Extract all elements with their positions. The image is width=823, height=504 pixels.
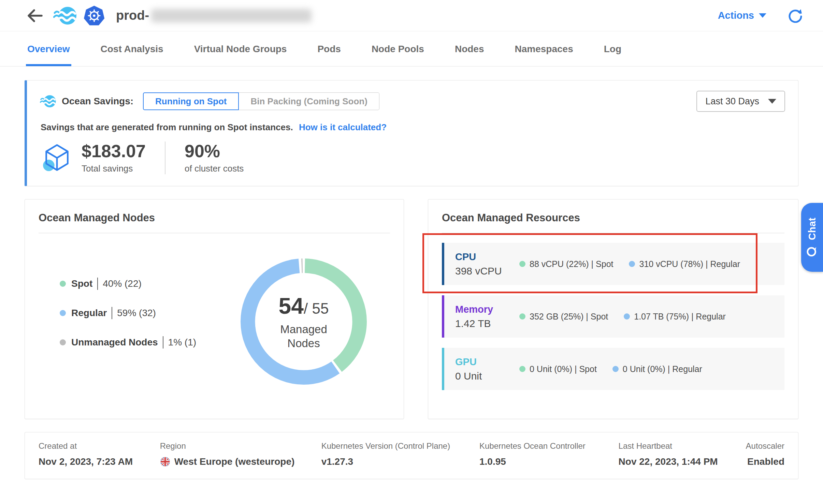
period-dropdown[interactable]: Last 30 Days <box>696 91 785 112</box>
total-savings-stat: $183.07 Total savings <box>82 142 146 174</box>
footer-value: Nov 22, 2023, 1:44 PM <box>619 456 746 467</box>
actions-label: Actions <box>718 10 754 21</box>
cpu-spot-value: 88 vCPU (22%) | Spot <box>530 259 613 269</box>
memory-regular-value: 1.07 TB (75%) | Regular <box>634 312 726 322</box>
cluster-cost-percent-label: of cluster costs <box>185 163 244 174</box>
bin-packing-toggle[interactable]: Bin Packing (Coming Soon) <box>239 92 379 110</box>
uk-flag-icon <box>160 457 170 467</box>
refresh-icon <box>788 9 803 23</box>
ocean-savings-label: Ocean Savings: <box>62 96 133 107</box>
tab-node-pools[interactable]: Node Pools <box>370 31 425 66</box>
how-calculated-link[interactable]: How is it calculated? <box>299 122 387 132</box>
ocean-managed-nodes-card: Ocean Managed Nodes Spot 40% (22) Regula… <box>25 199 404 419</box>
tab-namespaces[interactable]: Namespaces <box>513 31 574 66</box>
regular-dot-icon <box>629 261 635 267</box>
footer-label: Kubernetes Version (Control Plane) <box>321 441 479 451</box>
legend-item-spot: Spot 40% (22) <box>60 278 196 290</box>
chevron-down-icon <box>768 99 776 104</box>
footer-value: Nov 2, 2023, 7:23 AM <box>39 456 160 467</box>
footer-value: v1.27.3 <box>321 456 479 467</box>
cpu-regular-value: 310 vCPU (78%) | Regular <box>639 259 740 269</box>
footer-value: Enabled <box>747 456 784 467</box>
running-on-spot-toggle[interactable]: Running on Spot <box>143 92 239 110</box>
region-value: West Europe (westeurope) <box>174 456 295 467</box>
regular-dot-icon <box>612 366 619 372</box>
back-arrow-icon <box>26 8 44 24</box>
footer-label: Autoscaler <box>746 441 784 451</box>
nodes-legend: Spot 40% (22) Regular 59% (32) Unmanaged… <box>60 278 196 366</box>
spot-dot-icon <box>519 366 525 372</box>
resource-row-gpu: GPU 0 Unit 0 Unit (0%) | Spot 0 Unit (0%… <box>442 348 784 390</box>
legend-item-regular: Regular 59% (32) <box>60 307 196 319</box>
tab-nodes[interactable]: Nodes <box>453 31 486 66</box>
footer-label: Kubernetes Ocean Controller <box>479 441 619 451</box>
cluster-name-prefix: prod- <box>116 8 149 23</box>
resource-row-memory: Memory 1.42 TB 352 GB (25%) | Spot 1.07 … <box>442 295 784 338</box>
tab-pods[interactable]: Pods <box>316 31 342 66</box>
regular-dot-icon <box>624 313 630 320</box>
chevron-down-icon <box>759 13 766 18</box>
chat-label: Chat <box>807 218 818 240</box>
tab-overview[interactable]: Overview <box>26 31 71 66</box>
spot-dot-icon <box>60 281 66 287</box>
kubernetes-logo-icon <box>83 5 105 26</box>
stat-divider <box>165 142 165 174</box>
legend-label: Unmanaged Nodes <box>71 337 158 348</box>
footer-created-at: Created at Nov 2, 2023, 7:23 AM <box>39 441 160 467</box>
footer-value: 1.0.95 <box>479 456 619 467</box>
footer-region: Region West Europe (westeurope) <box>160 441 321 467</box>
memory-spot-stat: 352 GB (25%) | Spot <box>519 312 608 322</box>
footer-ocean-controller: Kubernetes Ocean Controller 1.0.95 <box>479 441 619 467</box>
legend-item-unmanaged: Unmanaged Nodes 1% (1) <box>60 336 196 349</box>
divider <box>442 233 784 233</box>
ocean-savings-icon <box>40 94 56 109</box>
regular-dot-icon <box>60 310 66 316</box>
gpu-regular-stat: 0 Unit (0%) | Regular <box>612 364 702 374</box>
savings-view-toggle: Running on Spot Bin Packing (Coming Soon… <box>143 92 379 110</box>
tab-virtual-node-groups[interactable]: Virtual Node Groups <box>193 31 288 66</box>
savings-description: Savings that are generated from running … <box>41 122 293 132</box>
gpu-total: 0 Unit <box>455 370 519 382</box>
gpu-label: GPU <box>455 356 519 368</box>
legend-value: 59% (32) <box>117 308 156 318</box>
cluster-name-redacted <box>151 9 312 23</box>
ocean-savings-card: Ocean Savings: Running on Spot Bin Packi… <box>25 80 798 186</box>
chat-button[interactable]: Chat <box>801 203 823 272</box>
total-savings-value: $183.07 <box>82 142 146 161</box>
page-title: prod- <box>116 8 312 23</box>
legend-label: Spot <box>71 278 92 289</box>
refresh-button[interactable] <box>788 9 803 23</box>
period-dropdown-value: Last 30 Days <box>705 96 759 107</box>
memory-spot-value: 352 GB (25%) | Spot <box>530 312 608 322</box>
managed-nodes-donut-chart: 54/ 55 Managed Nodes <box>241 258 367 385</box>
gpu-regular-value: 0 Unit (0%) | Regular <box>623 364 702 374</box>
legend-label: Regular <box>71 308 107 318</box>
tab-bar: Overview Cost Analysis Virtual Node Grou… <box>0 31 823 66</box>
footer-k8s-version: Kubernetes Version (Control Plane) v1.27… <box>321 441 479 467</box>
managed-nodes-center-label: Managed Nodes <box>268 322 340 351</box>
spot-dot-icon <box>519 261 525 267</box>
memory-label: Memory <box>455 304 519 315</box>
footer-autoscaler: Autoscaler Enabled <box>746 441 784 467</box>
cluster-cost-percent-value: 90% <box>185 142 244 161</box>
total-savings-label: Total savings <box>82 163 146 174</box>
unmanaged-dot-icon <box>60 339 66 345</box>
memory-total: 1.42 TB <box>455 318 519 329</box>
tab-log[interactable]: Log <box>603 31 623 66</box>
back-button[interactable] <box>26 8 44 24</box>
legend-value: 40% (22) <box>103 278 142 289</box>
cpu-regular-stat: 310 vCPU (78%) | Regular <box>629 259 740 269</box>
cluster-cost-percent-stat: 90% of cluster costs <box>185 142 244 174</box>
tab-cost-analysis[interactable]: Cost Analysis <box>99 31 165 66</box>
footer-value: West Europe (westeurope) <box>160 456 321 467</box>
legend-divider <box>97 278 98 290</box>
managed-nodes-total: / 55 <box>304 300 329 317</box>
footer-last-heartbeat: Last Heartbeat Nov 22, 2023, 1:44 PM <box>619 441 746 467</box>
actions-button[interactable]: Actions <box>718 10 766 21</box>
legend-divider <box>163 336 163 349</box>
cpu-total: 398 vCPU <box>455 265 519 277</box>
footer-label: Created at <box>39 441 160 451</box>
cpu-spot-stat: 88 vCPU (22%) | Spot <box>519 259 613 269</box>
cpu-label: CPU <box>455 251 519 263</box>
managed-nodes-title: Ocean Managed Nodes <box>39 212 390 224</box>
